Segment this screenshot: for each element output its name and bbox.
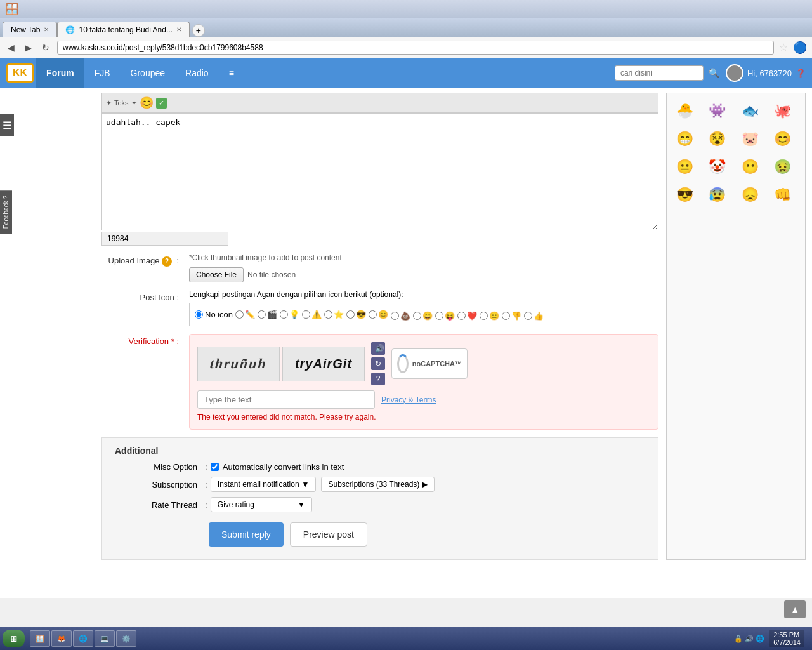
preview-post-button[interactable]: Preview post: [290, 522, 367, 547]
emoji-panel: 🐣 👾 🐟 🐙 😁 😵 🐷 😊 😐 🤡 😶 🤢 😎 😰 😞 👊: [666, 93, 806, 560]
misc-checkbox-label[interactable]: Automatically convert links in text: [211, 462, 344, 472]
icon-thumbsup[interactable]: 👍: [524, 311, 544, 321]
emoji-item[interactable]: 😵: [705, 126, 730, 152]
misc-checkbox[interactable]: [211, 463, 219, 471]
emoji-item[interactable]: 😰: [705, 182, 730, 208]
emoji-item[interactable]: 😁: [672, 126, 697, 152]
subscription-notification-dropdown[interactable]: Instant email notification ▼: [211, 477, 317, 492]
back-button[interactable]: ◀: [5, 41, 17, 54]
titlebar: 🪟: [0, 0, 812, 18]
recaptcha-spinner: [397, 354, 409, 373]
captcha-input[interactable]: [197, 390, 375, 409]
icon-poop[interactable]: 💩: [391, 311, 410, 321]
tab-kaskus-label: 10 fakta tentang Budi And...: [79, 25, 172, 34]
emoji-item[interactable]: 🐙: [770, 98, 796, 124]
icon-no-icon[interactable]: No icon: [195, 310, 233, 319]
emoji-item[interactable]: 🤢: [770, 154, 796, 180]
nav-groupee[interactable]: Groupee: [121, 58, 175, 88]
feedback-tab[interactable]: Feedback ?: [0, 190, 12, 234]
emoji-item[interactable]: 🤡: [705, 154, 730, 180]
icon-movie[interactable]: 🎬: [258, 310, 277, 319]
icon-happy[interactable]: 😄: [413, 311, 433, 321]
close-tab-icon[interactable]: ✕: [44, 26, 49, 33]
icon-radio-pencil[interactable]: [235, 310, 244, 319]
tab-kaskus[interactable]: 🌐 10 fakta tentang Budi And... ✕: [57, 22, 189, 37]
reply-editor[interactable]: udahlah.. capek: [102, 113, 658, 230]
icon-bulb[interactable]: 💡: [280, 310, 299, 319]
url-input[interactable]: [57, 41, 774, 55]
icon-star[interactable]: ⭐: [324, 310, 344, 319]
captcha-input-row: Privacy & Terms: [197, 390, 650, 409]
tab-newtab[interactable]: New Tab ✕: [3, 22, 57, 37]
privacy-link[interactable]: Privacy & Terms: [381, 395, 436, 404]
forward-button[interactable]: ▶: [22, 41, 34, 54]
additional-section: Additional Misc Option : Automatically c…: [102, 437, 658, 560]
additional-title: Additional: [115, 446, 645, 456]
icon-radio-bulb[interactable]: [280, 310, 288, 319]
nav-radio[interactable]: Radio: [175, 58, 219, 88]
icon-warning[interactable]: ⚠️: [302, 310, 322, 319]
nav-menu-icon[interactable]: ≡: [219, 58, 244, 88]
misc-option-row: Misc Option : Automatically convert link…: [115, 462, 645, 472]
icon-heart[interactable]: ❤️: [457, 311, 477, 321]
icon-smile[interactable]: 😊: [369, 310, 388, 319]
icon-radio-thumbsup[interactable]: [524, 312, 532, 320]
new-tab-button[interactable]: +: [192, 24, 205, 37]
dropdown-threads-arrow-icon: ▶: [422, 480, 428, 489]
upload-image-label: Upload Image ? :: [102, 253, 184, 267]
nav-fjb[interactable]: FJB: [84, 58, 121, 88]
emoji-grid-1: 🐣 👾 🐟 🐙 😁 😵 🐷 😊 😐 🤡 😶 🤢 😎 😰 😞 👊: [672, 98, 800, 208]
help-upload-icon[interactable]: ?: [162, 256, 172, 267]
bookmark-icon[interactable]: ☆: [779, 41, 788, 53]
icon-radio-cool[interactable]: [346, 310, 355, 319]
subscription-threads-dropdown[interactable]: Subscriptions (33 Threads) ▶: [321, 477, 435, 492]
icon-radio-tongue[interactable]: [435, 312, 443, 320]
icon-radio-no-icon[interactable]: [195, 310, 203, 319]
icon-neutral[interactable]: 😐: [480, 311, 499, 321]
icon-radio-poop[interactable]: [391, 312, 399, 320]
nav-forum[interactable]: Forum: [36, 58, 84, 88]
emoji-item[interactable]: 🐷: [737, 126, 763, 152]
icon-radio-heart[interactable]: [457, 312, 466, 320]
emoji-item[interactable]: 👾: [705, 98, 730, 124]
captcha-audio-button[interactable]: 🔊: [371, 342, 385, 355]
emoji-item[interactable]: 👊: [770, 182, 796, 208]
choose-file-button[interactable]: Choose File: [189, 267, 244, 282]
emoji-item[interactable]: 🐟: [737, 98, 763, 124]
kaskus-logo[interactable]: KK: [6, 63, 34, 83]
search-icon[interactable]: 🔍: [709, 68, 719, 78]
icon-radio-smile[interactable]: [369, 310, 377, 319]
icon-pencil[interactable]: ✏️: [235, 310, 255, 319]
icon-radio-warning[interactable]: [302, 310, 310, 319]
search-input[interactable]: [615, 65, 704, 81]
help-icon: ❓: [796, 69, 806, 78]
icon-radio-neutral[interactable]: [480, 312, 488, 320]
rate-thread-dropdown[interactable]: Give rating ▼: [211, 497, 312, 512]
icon-thumbsdown[interactable]: 👎: [502, 311, 521, 321]
icon-radio-movie[interactable]: [258, 310, 266, 319]
captcha-refresh-button[interactable]: ↻: [371, 357, 385, 370]
emoji-item[interactable]: 🐣: [672, 98, 697, 124]
char-count: 19984: [102, 232, 228, 246]
icon-cool[interactable]: 😎: [346, 310, 366, 319]
rate-thread-row: Rate Thread : Give rating ▼: [115, 497, 645, 512]
icon-tongue[interactable]: 😝: [435, 311, 455, 321]
emoji-item[interactable]: 😞: [737, 182, 763, 208]
file-input-area: *Click thumbnail image to add to post co…: [189, 253, 342, 282]
sidebar-toggle[interactable]: ☰: [0, 114, 14, 136]
submit-reply-button[interactable]: Submit reply: [209, 522, 284, 547]
close-kaskus-tab-icon[interactable]: ✕: [176, 26, 181, 33]
icon-radio-happy[interactable]: [413, 312, 421, 320]
captcha-help-button[interactable]: ?: [371, 373, 385, 385]
emoji-item[interactable]: 😎: [672, 182, 697, 208]
captcha-image-2: tryAirGit: [282, 347, 365, 381]
emoji-item[interactable]: 😊: [770, 126, 796, 152]
icon-radio-star[interactable]: [324, 310, 332, 319]
reload-button[interactable]: ↻: [39, 41, 52, 54]
emoji-item[interactable]: 😐: [672, 154, 697, 180]
extension-icon: 🔵: [793, 41, 807, 55]
subscription-row: Subscription : Instant email notificatio…: [115, 477, 645, 492]
emoji-item[interactable]: 😶: [737, 154, 763, 180]
form-area: ✦ Teks ✦ 😊 ✓ udahlah.. capek 19984 Uploa…: [102, 93, 658, 560]
icon-radio-thumbsdown[interactable]: [502, 312, 510, 320]
